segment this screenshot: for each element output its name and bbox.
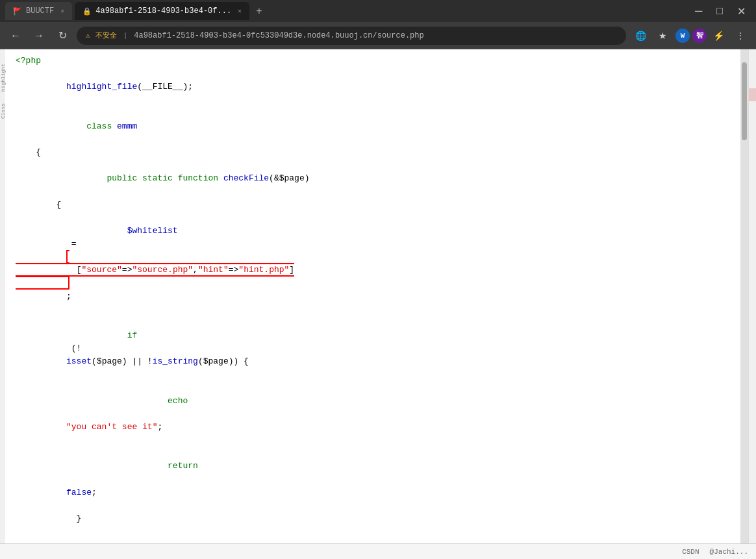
code-line-5: public static function checkFile(&$page): [5, 159, 740, 198]
tab-source-close[interactable]: ✕: [238, 7, 242, 15]
code-line-9: echo "you can't see it";: [5, 382, 740, 447]
tab-buuctf-close[interactable]: ✕: [60, 7, 64, 15]
buuctf-favicon: 🚩: [13, 7, 22, 16]
bottom-bar: CSDN @Jachi...: [0, 543, 756, 559]
code-line-10: return false;: [5, 447, 740, 512]
refresh-button[interactable]: ↻: [53, 27, 71, 45]
maximize-button[interactable]: □: [711, 5, 728, 17]
address-bar: ← → ↻ ⚠ 不安全 | 4a98abf1-2518-4903-b3e4-0f…: [0, 22, 756, 49]
back-button[interactable]: ←: [6, 27, 25, 45]
code-line-11: }: [5, 512, 740, 525]
vertical-scrollbar[interactable]: [740, 49, 748, 543]
ext-icon-1[interactable]: W: [675, 29, 690, 43]
code-line-12: if (in_array($page, $whitelist)) {: [5, 538, 740, 543]
toolbar-icons: 🌐 ★ W 智 ⚡ ⋮: [631, 27, 750, 45]
right-panel: [748, 49, 756, 543]
right-indicator: [749, 88, 756, 101]
line-3-text: class emmm: [5, 107, 137, 146]
title-bar: 🚩 BUUCTF ✕ 🔒 4a98abf1-2518-4903-b3e4-0f.…: [0, 0, 756, 22]
code-area[interactable]: <?php highlight_file(__FILE__); class em…: [5, 49, 740, 543]
translate-button[interactable]: 🌐: [631, 27, 649, 45]
url-separator: |: [123, 32, 128, 40]
tab-source[interactable]: 🔒 4a98abf1-2518-4903-b3e4-0f... ✕: [75, 2, 249, 20]
new-tab-button[interactable]: +: [252, 5, 266, 17]
code-line-8: if (! isset($page) || !is_string($page))…: [5, 316, 740, 382]
tab-buuctf-label: BUUCTF: [26, 6, 54, 16]
csdn-label: CSDN: [682, 548, 699, 556]
ext-icon-2[interactable]: 智: [692, 29, 707, 43]
not-secure-label: 不安全: [95, 31, 117, 40]
source-favicon: 🔒: [82, 7, 92, 16]
code-line-7-highlighted: $whitelist = ["source"=>"source.php","hi…: [5, 212, 740, 316]
forward-button[interactable]: →: [30, 27, 48, 45]
highlight-label: highlight: [0, 64, 6, 92]
tab-buuctf[interactable]: 🚩 BUUCTF ✕: [5, 2, 72, 20]
code-line-2: highlight_file(__FILE__);: [5, 68, 740, 106]
menu-button[interactable]: ⋮: [731, 27, 750, 45]
security-warning-icon: ⚠: [86, 31, 90, 40]
code-line-empty-1: [5, 525, 740, 538]
url-bar[interactable]: ⚠ 不安全 | 4a98abf1-2518-4903-b3e4-0fc53304…: [77, 27, 626, 45]
line-2-text: highlight_file(__FILE__);: [5, 68, 193, 106]
bookmark-button[interactable]: ★: [653, 27, 672, 45]
whitelist-highlight-box: ["source"=>"source.php","hint"=>"hint.ph…: [16, 250, 294, 290]
close-button[interactable]: ✕: [732, 5, 751, 18]
line-1-text: <?php: [5, 55, 41, 68]
extensions-button[interactable]: ⚡: [709, 27, 727, 45]
tab-source-label: 4a98abf1-2518-4903-b3e4-0f...: [95, 6, 231, 16]
minimize-button[interactable]: ─: [690, 5, 707, 17]
class-label: Class: [0, 103, 6, 119]
code-line-6: {: [5, 199, 740, 212]
code-line-4: {: [5, 146, 740, 159]
code-line-3: class emmm: [5, 107, 740, 146]
url-text: 4a98abf1-2518-4903-b3e4-0fc533049d3e.nod…: [134, 31, 617, 40]
author-label: @Jachi...: [710, 548, 748, 556]
left-strip: highlight Class: [0, 49, 5, 543]
window-controls: ─ □ ✕: [690, 5, 751, 18]
code-line-1: <?php: [5, 55, 740, 68]
extensions-area: W 智 ⚡: [675, 27, 727, 45]
scrollbar-thumb[interactable]: [742, 62, 747, 140]
